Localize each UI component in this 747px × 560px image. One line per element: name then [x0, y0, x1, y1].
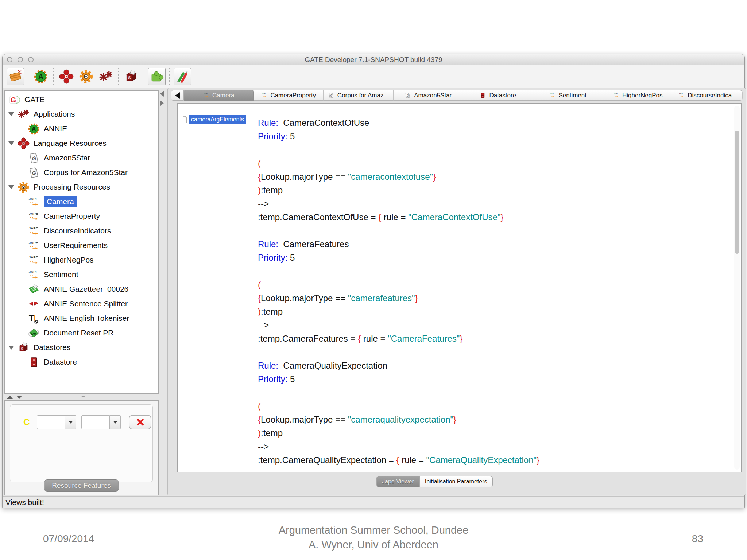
vertical-scrollbar[interactable]	[734, 106, 740, 470]
chevron-down-icon	[69, 421, 73, 424]
sidebar-item-document-reset-pr[interactable]: Document Reset PR	[5, 326, 158, 340]
code-line: :temp.CameraFeatures = { rule = "CameraF…	[258, 332, 734, 345]
tab-highernegpos[interactable]: HigherNegPos	[603, 90, 673, 101]
processing-resources-icon	[18, 181, 30, 193]
sidebar-item-applications[interactable]: Applications	[5, 107, 158, 121]
sidebar-item-label: CameraProperty	[44, 212, 100, 221]
delete-feature-button[interactable]	[129, 415, 151, 429]
code-line: ):temp	[258, 183, 734, 197]
expand-right-icon[interactable]	[160, 100, 164, 106]
toolbar-button-applications-icon[interactable]	[97, 68, 115, 85]
code-line: Priority: 5	[258, 251, 734, 264]
jape-file-item[interactable]: cameraArgElements	[181, 115, 251, 124]
minimize-window-button[interactable]	[18, 57, 23, 62]
sidebar-item-datastore[interactable]: Datastore	[5, 355, 158, 369]
page-icon	[181, 115, 188, 124]
splitter-down-icon[interactable]	[16, 396, 22, 399]
tab-corpus-for-amaz[interactable]: Corpus for Amaz...	[324, 90, 394, 101]
splitter-up-icon[interactable]	[7, 396, 13, 399]
expander-triangle-icon[interactable]	[8, 185, 14, 189]
tab-cameraproperty[interactable]: CameraProperty	[254, 90, 324, 101]
toolbar-button-datastore-icon[interactable]	[123, 68, 140, 85]
code-line: Priority: 5	[258, 129, 734, 143]
combobox-dropdown-button[interactable]	[110, 415, 121, 429]
applications-icon	[98, 69, 113, 84]
jape-icon	[678, 92, 684, 98]
tab-discourseindica[interactable]: DiscourseIndica...	[673, 90, 743, 101]
sidebar-item-sentiment[interactable]: Sentiment	[5, 267, 158, 282]
tab-label: HigherNegPos	[622, 92, 663, 99]
code-line: {Lookup.majorType == "cameraqualityexpec…	[258, 413, 734, 426]
horizontal-splitter[interactable]	[4, 395, 159, 399]
sidebar-item-label: Language Resources	[34, 139, 107, 148]
scrollbar-thumb[interactable]	[735, 131, 739, 254]
sidebar-item-label: Amazon5Star	[44, 153, 90, 162]
collapse-left-icon[interactable]	[160, 91, 164, 97]
expander-triangle-icon[interactable]	[8, 346, 14, 350]
toolbar-button-processing-resources-icon[interactable]	[77, 68, 95, 85]
resource-features-button[interactable]: Resource Features	[44, 479, 119, 492]
splitter-handle-icon[interactable]	[81, 396, 85, 398]
tab-camera[interactable]: Camera	[184, 90, 254, 101]
sidebar-item-camera[interactable]: Camera	[5, 194, 158, 209]
feature-name-combobox[interactable]	[37, 415, 76, 429]
code-line: Rule: CameraContextOfUse	[258, 116, 734, 129]
sidebar-item-userrequirements[interactable]: UserRequirements	[5, 238, 158, 253]
gate-icon	[8, 94, 20, 106]
title-bar[interactable]: GATE Developer 7.1-SNAPSHOT build 4379	[3, 54, 744, 65]
expander-triangle-icon[interactable]	[8, 141, 14, 145]
chevron-left-icon	[175, 92, 180, 99]
jape-icon	[28, 210, 40, 222]
sidebar-item-highernegpos[interactable]: HigherNegPos	[5, 253, 158, 267]
sidebar-item-annie[interactable]: ANNIE	[5, 121, 158, 136]
sidebar-item-amazon5star[interactable]: Amazon5Star	[5, 151, 158, 165]
code-line: :temp.CameraQualityExpectation = { rule …	[258, 453, 734, 467]
tab-label: Sentiment	[558, 92, 587, 99]
jape-viewer-button[interactable]: Jape Viewer	[376, 476, 419, 487]
sidebar-item-language-resources[interactable]: Language Resources	[5, 136, 158, 151]
sidebar-item-datastores[interactable]: Datastores	[5, 340, 158, 355]
expander-triangle-icon[interactable]	[8, 112, 14, 116]
toolbar-button-folder-icon[interactable]	[7, 68, 24, 85]
datastores-icon	[18, 342, 30, 354]
sidebar-item-gate[interactable]: GATE	[5, 92, 158, 107]
sidebar-item-corpus-for-amazon5star[interactable]: Corpus for Amazon5Star	[5, 165, 158, 180]
sidebar-item-annie-gazetteer-00026[interactable]: ANNIE Gazetteer_00026	[5, 282, 158, 296]
tab-sentiment[interactable]: Sentiment	[533, 90, 603, 101]
jape-file-label[interactable]: cameraArgElements	[189, 115, 246, 124]
window-title: GATE Developer 7.1-SNAPSHOT build 4379	[3, 54, 744, 65]
sidebar-item-processing-resources[interactable]: Processing Resources	[5, 180, 158, 194]
feature-value-combobox[interactable]	[81, 415, 121, 429]
code-line: ):temp	[258, 305, 734, 318]
presentation-slide: GATE Developer 7.1-SNAPSHOT build 4379 G…	[0, 0, 747, 560]
tab-datastore[interactable]: Datastore	[463, 90, 533, 101]
combobox-field[interactable]	[37, 415, 65, 429]
vertical-splitter[interactable]	[160, 91, 167, 106]
sidebar-item-discourseindicators[interactable]: DiscourseIndicators	[5, 223, 158, 238]
document-view-panel: CameraCameraPropertyCorpus for Amaz...Am…	[167, 88, 746, 495]
toolbar-button-annotation-diff-icon[interactable]	[174, 68, 191, 85]
scroll-tabs-left-button[interactable]	[171, 90, 184, 101]
datastore-cabinet-icon	[28, 356, 40, 368]
toolbar-button-plugin-manager-icon[interactable]	[148, 68, 166, 85]
combobox-field[interactable]	[81, 415, 110, 429]
view-switch-buttons: Jape ViewerInitialisation Parameters	[376, 476, 493, 487]
sidebar-item-cameraproperty[interactable]: CameraProperty	[5, 209, 158, 223]
tab-amazon5star[interactable]: Amazon5Star	[394, 90, 464, 101]
initialisation-parameters-button[interactable]: Initialisation Parameters	[419, 476, 493, 487]
sidebar-item-label: Sentiment	[44, 270, 78, 279]
combobox-dropdown-button[interactable]	[65, 415, 76, 429]
sidebar-item-label: Camera	[44, 196, 77, 207]
zoom-window-button[interactable]	[28, 57, 34, 62]
sidebar-item-label: ANNIE Gazetteer_00026	[44, 285, 128, 293]
sidebar-item-annie-english-tokeniser[interactable]: ANNIE English Tokeniser	[5, 311, 158, 326]
language-resources-icon	[18, 137, 30, 149]
sidebar-item-annie-sentence-splitter[interactable]: ANNIE Sentence Splitter	[5, 296, 158, 311]
close-window-button[interactable]	[7, 57, 12, 62]
document-icon	[405, 92, 411, 98]
toolbar-button-annie-icon[interactable]	[32, 68, 50, 85]
tab-label: DiscourseIndica...	[688, 92, 737, 99]
toolbar-button-language-resources-icon[interactable]	[58, 68, 75, 85]
jape-source-view: Rule: CameraContextOfUsePriority: 5 ({Lo…	[251, 104, 734, 472]
code-line: -->	[258, 318, 734, 332]
